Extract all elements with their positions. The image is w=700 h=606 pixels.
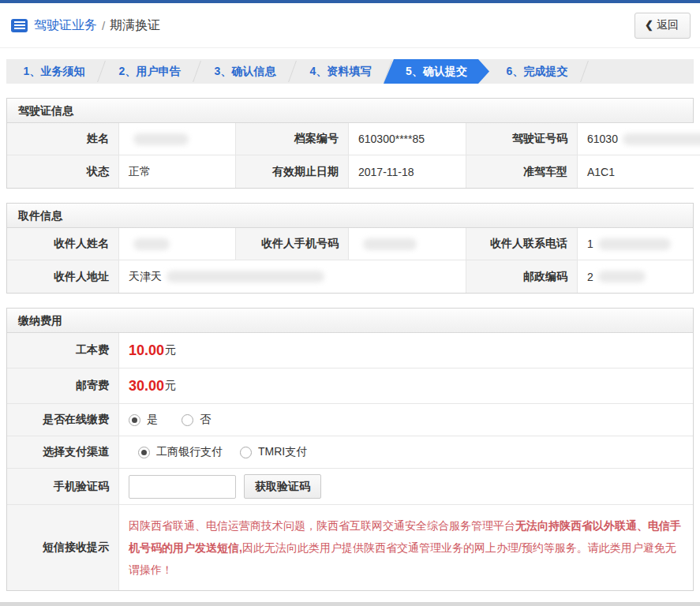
step-5-confirm-submit[interactable]: 5、确认提交 (384, 59, 489, 84)
sms-notice-text: 因陕西省联通、电信运营商技术问题，陕西省互联网交通安全综合服务管理平台无法向持陕… (119, 505, 693, 590)
license-info-section: 驾驶证信息 姓名 档案编号 610300****85 驾驶证号码 61030 状… (6, 98, 694, 189)
postcode-value: 2 (578, 260, 693, 293)
sms-code-row: 获取验证码 (119, 469, 693, 505)
payment-section-title: 缴纳费用 (7, 309, 693, 333)
expiry-date-value: 2017-11-18 (349, 155, 466, 188)
sms-code-input[interactable] (129, 475, 236, 499)
breadcrumb-business-type: 驾驶证业务 (34, 17, 97, 34)
expiry-date-label: 有效期止日期 (236, 155, 349, 188)
recipient-mobile-label: 收件人手机号码 (236, 228, 349, 260)
postage-fee-value: 30.00元 (119, 368, 693, 404)
recipient-mobile-value (349, 228, 466, 260)
back-button-label: 返回 (657, 18, 679, 32)
file-number-value: 610300****85 (349, 123, 466, 155)
back-button[interactable]: ❮ 返回 (634, 13, 691, 39)
online-no-label: 否 (200, 413, 211, 427)
step-3-confirm-info[interactable]: 3、确认信息 (197, 59, 293, 84)
license-number-value: 61030 (578, 123, 700, 155)
step-2-user-declaration[interactable]: 2、用户申告 (102, 59, 197, 84)
online-payment-label: 是否在线缴费 (7, 404, 119, 436)
name-label: 姓名 (7, 123, 119, 155)
tmri-pay-label: TMRI支付 (258, 445, 307, 459)
step-1-business-notes[interactable]: 1、业务须知 (6, 59, 102, 84)
vehicle-class-label: 准驾车型 (466, 155, 578, 188)
name-value (119, 123, 236, 155)
pickup-info-section: 取件信息 收件人姓名 收件人手机号码 收件人联系电话 1 收件人地址 天津天 邮… (6, 203, 694, 294)
payment-section: 缴纳费用 工本费 10.00元 邮寄费 30.00元 是否在线缴费 是 否 选择… (6, 308, 694, 591)
breadcrumb-separator: / (102, 19, 105, 32)
step-progress-bar: 1、业务须知 2、用户申告 3、确认信息 4、资料填写 5、确认提交 6、完成提… (6, 59, 694, 84)
status-label: 状态 (7, 155, 119, 188)
postage-fee-label: 邮寄费 (7, 368, 119, 404)
postcode-label: 邮政编码 (466, 260, 578, 293)
vehicle-class-value: A1C1 (578, 155, 700, 188)
pickup-section-title: 取件信息 (7, 204, 693, 228)
breadcrumb-current-page: 期满换证 (110, 17, 160, 34)
recipient-phone-label: 收件人联系电话 (466, 228, 578, 260)
icbc-pay-label: 工商银行支付 (156, 445, 223, 459)
step-4-fill-data[interactable]: 4、资料填写 (293, 59, 388, 84)
license-number-label: 驾驶证号码 (466, 123, 578, 155)
payment-channel-options: 工商银行支付 TMRI支付 (119, 436, 693, 469)
license-section-title: 驾驶证信息 (7, 99, 693, 123)
production-fee-value: 10.00元 (119, 333, 693, 368)
online-yes-label: 是 (147, 413, 158, 427)
sms-notice-label: 短信接收提示 (7, 505, 119, 590)
bottom-edge-bar (0, 602, 700, 606)
online-no-radio[interactable] (182, 414, 193, 426)
payment-channel-label: 选择支付渠道 (7, 436, 119, 469)
production-fee-label: 工本费 (7, 333, 119, 368)
recipient-name-value (119, 228, 236, 260)
status-value: 正常 (119, 155, 236, 188)
recipient-address-label: 收件人地址 (7, 260, 119, 293)
sms-code-label: 手机验证码 (7, 469, 119, 505)
license-business-icon (11, 19, 28, 32)
back-chevron-icon: ❮ (645, 19, 653, 31)
recipient-name-label: 收件人姓名 (7, 228, 119, 260)
recipient-address-value: 天津天 (119, 260, 466, 293)
online-payment-options: 是 否 (119, 404, 693, 436)
recipient-phone-value: 1 (578, 228, 693, 260)
get-sms-code-button[interactable]: 获取验证码 (244, 474, 321, 499)
icbc-pay-radio[interactable] (138, 447, 150, 458)
tmri-pay-radio[interactable] (240, 447, 252, 458)
file-number-label: 档案编号 (236, 123, 349, 155)
online-yes-radio[interactable] (129, 414, 140, 426)
step-bar-tail (585, 59, 694, 84)
step-6-complete-submit[interactable]: 6、完成提交 (489, 59, 585, 84)
page-header: 驾驶证业务 / 期满换证 ❮ 返回 (0, 3, 700, 48)
